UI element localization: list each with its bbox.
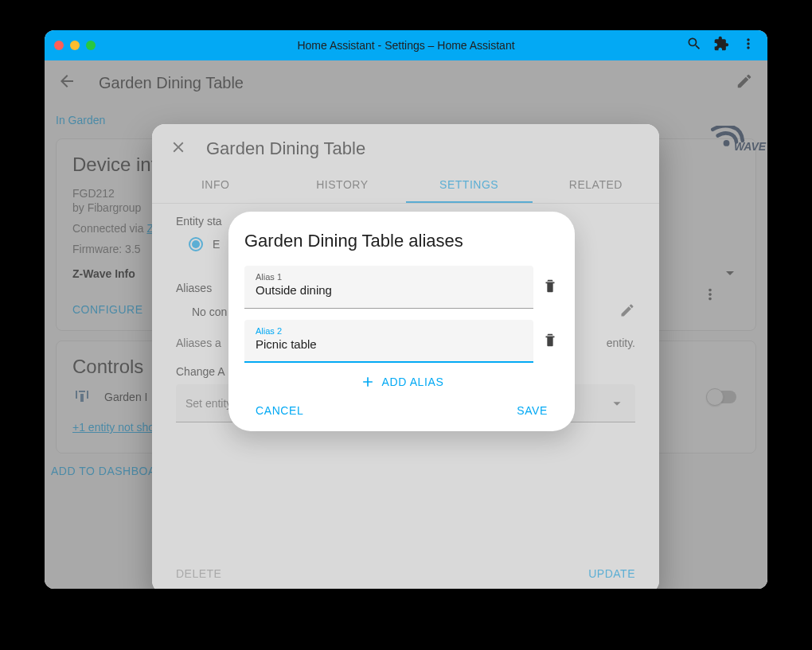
alias-1-field[interactable]: Alias 1	[244, 266, 533, 309]
fullscreen-window-icon[interactable]	[86, 41, 96, 50]
delete-alias-2-icon[interactable]	[541, 331, 559, 352]
save-button[interactable]: SAVE	[517, 404, 548, 417]
app-window: Home Assistant - Settings – Home Assista…	[45, 30, 767, 589]
alias-2-field[interactable]: Alias 2	[244, 320, 533, 363]
window-controls	[54, 41, 96, 50]
page-body: Garden Dining Table In Garden WAVE Devic…	[45, 60, 767, 589]
alias-row-2: Alias 2	[244, 320, 559, 363]
entity-settings-modal: Garden Dining Table INFO HISTORY SETTING…	[152, 124, 659, 589]
aliases-modal: Garden Dining Table aliases Alias 1 Alia…	[228, 212, 575, 431]
extensions-icon[interactable]	[713, 36, 729, 55]
alias-1-label: Alias 1	[256, 272, 522, 282]
plus-icon	[360, 374, 376, 390]
aliases-modal-title: Garden Dining Table aliases	[244, 231, 559, 251]
alias-row-1: Alias 1	[244, 266, 559, 309]
add-alias-label: ADD ALIAS	[382, 376, 444, 388]
alias-2-label: Alias 2	[256, 326, 522, 336]
search-icon[interactable]	[686, 36, 702, 55]
minimize-window-icon[interactable]	[70, 41, 80, 50]
add-alias-button[interactable]: ADD ALIAS	[244, 374, 559, 390]
delete-alias-1-icon[interactable]	[541, 277, 559, 298]
titlebar: Home Assistant - Settings – Home Assista…	[45, 30, 767, 60]
alias-2-input[interactable]	[256, 337, 522, 351]
cancel-button[interactable]: CANCEL	[256, 404, 303, 417]
close-window-icon[interactable]	[54, 41, 64, 50]
browser-menu-icon[interactable]	[740, 36, 756, 55]
alias-1-input[interactable]	[256, 283, 522, 297]
window-title: Home Assistant - Settings – Home Assista…	[54, 39, 758, 52]
